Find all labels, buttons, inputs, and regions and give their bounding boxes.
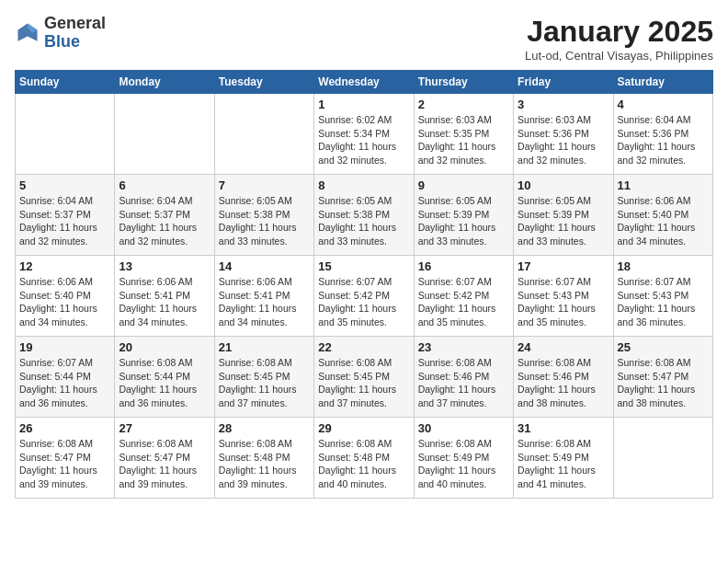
day-info: Sunrise: 6:04 AM Sunset: 5:37 PM Dayligh… (119, 194, 210, 248)
day-number: 4 (618, 98, 709, 111)
location-subtitle: Lut-od, Central Visayas, Philippines (525, 49, 713, 63)
calendar-cell: 4Sunrise: 6:04 AM Sunset: 5:36 PM Daylig… (613, 94, 712, 175)
calendar-week-4: 19Sunrise: 6:07 AM Sunset: 5:44 PM Dayli… (16, 337, 713, 418)
day-number: 15 (318, 259, 409, 273)
day-info: Sunrise: 6:08 AM Sunset: 5:45 PM Dayligh… (219, 356, 310, 410)
day-info: Sunrise: 6:05 AM Sunset: 5:39 PM Dayligh… (418, 194, 509, 248)
calendar-cell: 25Sunrise: 6:08 AM Sunset: 5:47 PM Dayli… (613, 337, 712, 418)
day-info: Sunrise: 6:08 AM Sunset: 5:49 PM Dayligh… (418, 437, 509, 491)
day-number: 19 (19, 340, 110, 354)
calendar-cell: 14Sunrise: 6:06 AM Sunset: 5:41 PM Dayli… (214, 256, 313, 337)
calendar-cell: 20Sunrise: 6:08 AM Sunset: 5:44 PM Dayli… (115, 337, 214, 418)
day-header-thursday: Thursday (414, 71, 513, 94)
title-block: January 2025 Lut-od, Central Visayas, Ph… (525, 15, 713, 63)
calendar-cell: 12Sunrise: 6:06 AM Sunset: 5:40 PM Dayli… (16, 256, 115, 337)
day-number: 5 (19, 178, 110, 192)
day-info: Sunrise: 6:06 AM Sunset: 5:40 PM Dayligh… (19, 275, 110, 329)
calendar-cell (115, 94, 214, 175)
logo-general-text: General (44, 14, 106, 32)
day-info: Sunrise: 6:08 AM Sunset: 5:44 PM Dayligh… (119, 356, 210, 410)
day-info: Sunrise: 6:02 AM Sunset: 5:34 PM Dayligh… (318, 113, 409, 167)
calendar-cell: 30Sunrise: 6:08 AM Sunset: 5:49 PM Dayli… (414, 418, 513, 499)
day-info: Sunrise: 6:05 AM Sunset: 5:38 PM Dayligh… (318, 194, 409, 248)
day-info: Sunrise: 6:06 AM Sunset: 5:41 PM Dayligh… (219, 275, 310, 329)
calendar-cell: 1Sunrise: 6:02 AM Sunset: 5:34 PM Daylig… (314, 94, 414, 175)
calendar-table: SundayMondayTuesdayWednesdayThursdayFrid… (15, 70, 713, 499)
day-number: 30 (418, 421, 509, 435)
day-header-wednesday: Wednesday (314, 71, 414, 94)
calendar-cell: 7Sunrise: 6:05 AM Sunset: 5:38 PM Daylig… (214, 175, 313, 256)
calendar-cell: 19Sunrise: 6:07 AM Sunset: 5:44 PM Dayli… (16, 337, 115, 418)
calendar-cell: 29Sunrise: 6:08 AM Sunset: 5:48 PM Dayli… (314, 418, 414, 499)
logo-icon (15, 20, 40, 46)
day-info: Sunrise: 6:04 AM Sunset: 5:37 PM Dayligh… (19, 194, 110, 248)
month-title: January 2025 (525, 15, 713, 49)
calendar-cell: 13Sunrise: 6:06 AM Sunset: 5:41 PM Dayli… (115, 256, 214, 337)
day-number: 9 (418, 178, 509, 192)
calendar-cell: 17Sunrise: 6:07 AM Sunset: 5:43 PM Dayli… (514, 256, 613, 337)
day-info: Sunrise: 6:07 AM Sunset: 5:43 PM Dayligh… (618, 275, 709, 329)
calendar-cell: 26Sunrise: 6:08 AM Sunset: 5:47 PM Dayli… (16, 418, 115, 499)
day-number: 28 (219, 421, 310, 435)
day-number: 26 (19, 421, 110, 435)
logo-blue-text: Blue (44, 32, 80, 51)
day-number: 3 (518, 98, 609, 111)
day-number: 24 (518, 340, 609, 354)
calendar-cell: 23Sunrise: 6:08 AM Sunset: 5:46 PM Dayli… (414, 337, 513, 418)
day-number: 29 (318, 421, 409, 435)
day-number: 23 (418, 340, 509, 354)
day-number: 21 (219, 340, 310, 354)
day-info: Sunrise: 6:08 AM Sunset: 5:49 PM Dayligh… (518, 437, 609, 491)
calendar-cell: 28Sunrise: 6:08 AM Sunset: 5:48 PM Dayli… (214, 418, 313, 499)
day-info: Sunrise: 6:08 AM Sunset: 5:48 PM Dayligh… (219, 437, 310, 491)
calendar-cell (214, 94, 313, 175)
day-info: Sunrise: 6:07 AM Sunset: 5:43 PM Dayligh… (518, 275, 609, 329)
day-number: 13 (119, 259, 210, 273)
day-info: Sunrise: 6:08 AM Sunset: 5:46 PM Dayligh… (518, 356, 609, 410)
calendar-cell: 24Sunrise: 6:08 AM Sunset: 5:46 PM Dayli… (514, 337, 613, 418)
day-number: 7 (219, 178, 310, 192)
page-header: General Blue January 2025 Lut-od, Centra… (15, 15, 713, 63)
calendar-week-2: 5Sunrise: 6:04 AM Sunset: 5:37 PM Daylig… (16, 175, 713, 256)
calendar-cell: 6Sunrise: 6:04 AM Sunset: 5:37 PM Daylig… (115, 175, 214, 256)
logo: General Blue (15, 15, 106, 52)
calendar-cell (16, 94, 115, 175)
day-info: Sunrise: 6:08 AM Sunset: 5:45 PM Dayligh… (318, 356, 409, 410)
calendar-cell: 5Sunrise: 6:04 AM Sunset: 5:37 PM Daylig… (16, 175, 115, 256)
day-info: Sunrise: 6:08 AM Sunset: 5:48 PM Dayligh… (318, 437, 409, 491)
day-number: 1 (318, 98, 409, 111)
calendar-cell: 21Sunrise: 6:08 AM Sunset: 5:45 PM Dayli… (214, 337, 313, 418)
calendar-cell: 11Sunrise: 6:06 AM Sunset: 5:40 PM Dayli… (613, 175, 712, 256)
day-info: Sunrise: 6:07 AM Sunset: 5:42 PM Dayligh… (318, 275, 409, 329)
day-info: Sunrise: 6:08 AM Sunset: 5:46 PM Dayligh… (418, 356, 509, 410)
day-info: Sunrise: 6:05 AM Sunset: 5:38 PM Dayligh… (219, 194, 310, 248)
calendar-cell: 9Sunrise: 6:05 AM Sunset: 5:39 PM Daylig… (414, 175, 513, 256)
day-number: 31 (518, 421, 609, 435)
day-info: Sunrise: 6:03 AM Sunset: 5:36 PM Dayligh… (518, 113, 609, 167)
calendar-cell (613, 418, 712, 499)
calendar-cell: 31Sunrise: 6:08 AM Sunset: 5:49 PM Dayli… (514, 418, 613, 499)
day-info: Sunrise: 6:08 AM Sunset: 5:47 PM Dayligh… (19, 437, 110, 491)
day-header-sunday: Sunday (16, 71, 115, 94)
calendar-week-1: 1Sunrise: 6:02 AM Sunset: 5:34 PM Daylig… (16, 94, 713, 175)
day-number: 20 (119, 340, 210, 354)
day-info: Sunrise: 6:07 AM Sunset: 5:44 PM Dayligh… (19, 356, 110, 410)
calendar-cell: 10Sunrise: 6:05 AM Sunset: 5:39 PM Dayli… (514, 175, 613, 256)
day-number: 27 (119, 421, 210, 435)
calendar-cell: 22Sunrise: 6:08 AM Sunset: 5:45 PM Dayli… (314, 337, 414, 418)
day-info: Sunrise: 6:05 AM Sunset: 5:39 PM Dayligh… (518, 194, 609, 248)
day-number: 11 (618, 178, 709, 192)
day-number: 16 (418, 259, 509, 273)
day-number: 25 (618, 340, 709, 354)
calendar-cell: 3Sunrise: 6:03 AM Sunset: 5:36 PM Daylig… (514, 94, 613, 175)
calendar-cell: 15Sunrise: 6:07 AM Sunset: 5:42 PM Dayli… (314, 256, 414, 337)
day-number: 2 (418, 98, 509, 111)
calendar-cell: 8Sunrise: 6:05 AM Sunset: 5:38 PM Daylig… (314, 175, 414, 256)
calendar-cell: 16Sunrise: 6:07 AM Sunset: 5:42 PM Dayli… (414, 256, 513, 337)
day-number: 8 (318, 178, 409, 192)
day-info: Sunrise: 6:07 AM Sunset: 5:42 PM Dayligh… (418, 275, 509, 329)
day-number: 10 (518, 178, 609, 192)
day-header-tuesday: Tuesday (214, 71, 313, 94)
calendar-cell: 27Sunrise: 6:08 AM Sunset: 5:47 PM Dayli… (115, 418, 214, 499)
day-number: 22 (318, 340, 409, 354)
